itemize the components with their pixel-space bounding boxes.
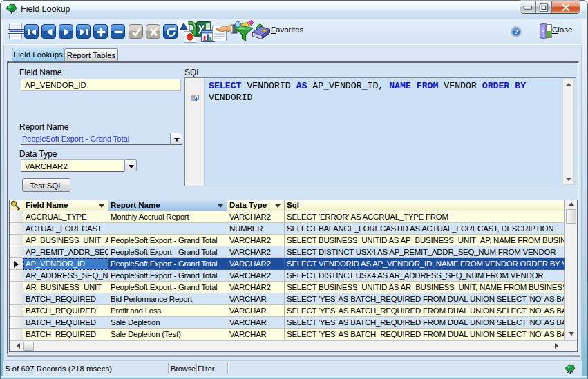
svg-text:?: ? <box>514 28 518 35</box>
